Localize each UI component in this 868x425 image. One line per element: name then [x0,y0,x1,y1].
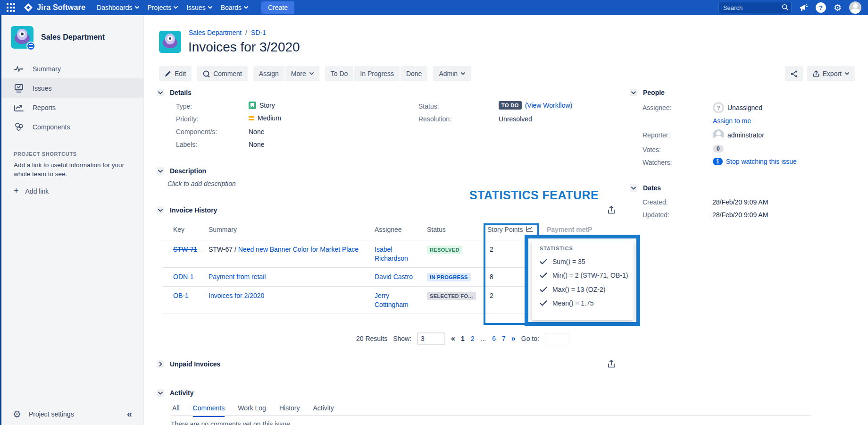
issue-key-link[interactable]: OB-1 [173,291,209,300]
column-header-key[interactable]: Key [173,226,209,233]
component-label: Component/s: [176,128,217,136]
assignee-link[interactable]: Isabel Richardson [375,245,419,263]
unpaid-invoices-section-header: Unpaid Invoices [157,360,220,368]
column-header-partial: P [588,226,607,233]
chevron-down-icon[interactable] [630,184,637,192]
watchers-label: Watchers: [643,159,672,166]
done-transition-button[interactable]: Done [401,66,427,81]
chevron-right-icon[interactable] [157,360,164,368]
sidebar-item-reports[interactable]: Reports [1,98,143,117]
assign-button[interactable]: Assign [253,66,284,81]
summary-link[interactable]: Invoices for 2/2020 [209,292,264,299]
in-progress-transition-button[interactable]: In Progress [354,66,400,81]
summary-link[interactable]: Payment from retail [209,273,266,280]
gear-icon[interactable]: ⚙ [834,3,842,12]
upload-icon[interactable] [608,360,615,368]
statistic-item[interactable]: Sum() = 35 [540,258,634,265]
votes-badge[interactable]: 0 [713,145,724,153]
statistics-popup: STATISTICS Sum() = 35 Min() = 2 (STW-71,… [532,240,634,320]
assignee-link[interactable]: Jerry Cottingham [375,291,419,309]
create-button[interactable]: Create [261,1,294,14]
nav-menu-projects[interactable]: Projects [148,4,178,11]
search-box [718,2,792,13]
summary-link[interactable]: Need new Banner Color for Market Place [238,246,359,253]
chevron-down-icon[interactable] [157,167,164,175]
results-count: 20 Results [356,335,387,342]
app-switcher-grid-icon[interactable] [7,3,15,12]
summary-cell: STW-67 / Need new Banner Color for Marke… [209,245,375,254]
edit-button[interactable]: Edit [159,66,192,81]
project-avatar[interactable] [11,26,33,49]
top-nav: Jira Software Dashboards Projects Issues… [0,0,868,15]
invoice-history-section-header: Invoice History [157,206,217,214]
chevron-down-icon[interactable] [630,89,637,96]
stop-watching-link[interactable]: Stop watching this issue [726,158,797,165]
chevron-down-icon[interactable] [157,389,164,397]
assignee-link[interactable]: David Castro [375,272,419,281]
component-value: None [249,128,264,136]
previous-page-button[interactable]: « [451,334,455,343]
unassigned-avatar-icon: ? [713,102,724,113]
breadcrumb-issue-link[interactable]: SD-1 [251,29,266,36]
created-value: 28/Feb/20 9:09 AM [712,198,768,206]
assign-to-me-link[interactable]: Assign to me [713,117,751,125]
page-link-7[interactable]: 7 [502,335,506,342]
chevron-down-icon [208,6,212,9]
more-button[interactable]: More [285,66,319,81]
show-count-input[interactable] [417,332,445,345]
page-link-2[interactable]: 2 [471,335,475,342]
todo-transition-button[interactable]: To Do [325,66,354,81]
status-badge: RESOLVED [427,246,462,254]
statistic-item[interactable]: Min() = 2 (STW-71, OB-1) [540,272,634,279]
next-page-button[interactable]: » [511,334,516,343]
export-button[interactable]: Export [807,66,855,81]
chevron-down-icon [174,6,178,9]
sidebar-item-components[interactable]: Components [1,117,143,136]
column-header-status[interactable]: Status [427,226,487,233]
sidebar-item-issues[interactable]: Issues [1,78,143,98]
nav-menu-dashboards[interactable]: Dashboards [97,4,139,11]
jira-logo[interactable]: Jira Software [24,3,85,12]
chevron-down-icon[interactable] [157,206,164,214]
user-avatar[interactable] [849,1,861,14]
assignee-value: ? Unassigned [713,102,762,113]
column-header-summary[interactable]: Summary [209,226,375,233]
project-settings[interactable]: ⚙ Project settings « [1,408,143,419]
sidebar-item-summary[interactable]: Summary [1,59,143,78]
view-workflow-link[interactable]: (View Workflow) [525,102,573,109]
column-header-assignee[interactable]: Assignee [375,226,427,233]
megaphone-icon[interactable] [799,4,808,12]
chevron-down-icon[interactable] [157,89,164,96]
updated-label: Updated: [643,211,669,219]
status-value: TO DO (View Workflow) [499,101,572,110]
search-icon[interactable] [782,4,789,11]
breadcrumb-project-link[interactable]: Sales Department [189,29,242,36]
nav-menu-issues[interactable]: Issues [186,4,212,11]
share-button[interactable] [785,66,803,81]
collapse-sidebar-icon[interactable]: « [127,408,132,419]
search-input[interactable] [718,2,792,13]
issue-view: Sales Department / SD-1 Invoices for 3/2… [144,15,868,425]
statistic-item[interactable]: Mean() = 1.75 [540,299,634,307]
help-icon[interactable]: ? [816,2,826,13]
nav-menu-boards[interactable]: Boards [221,4,248,11]
reporter-label: Reporter: [643,131,670,139]
page-link-1: 1 [461,335,465,342]
pencil-icon [165,70,171,77]
statistic-item[interactable]: Max() = 13 (OZ-2) [540,286,634,293]
description-placeholder[interactable]: Click to add description [167,180,236,187]
column-header-story-points[interactable]: Story Points [487,226,547,233]
resolution-label: Resolution: [418,115,451,123]
upload-icon[interactable] [608,206,615,214]
issue-key-link[interactable]: STW-71 [173,245,209,254]
watchers-badge[interactable]: 1 [713,158,723,165]
page-link-6[interactable]: 6 [492,335,496,342]
issue-key-link[interactable]: ODN-1 [173,272,209,281]
admin-button[interactable]: Admin [433,66,471,81]
activity-section-header: Activity [157,389,194,397]
goto-page-input[interactable] [545,333,569,344]
priority-label: Priority: [176,115,198,123]
comment-button[interactable]: Comment [197,66,248,81]
add-link-button[interactable]: + Add link [14,186,49,196]
labels-label: Labels: [176,141,197,148]
